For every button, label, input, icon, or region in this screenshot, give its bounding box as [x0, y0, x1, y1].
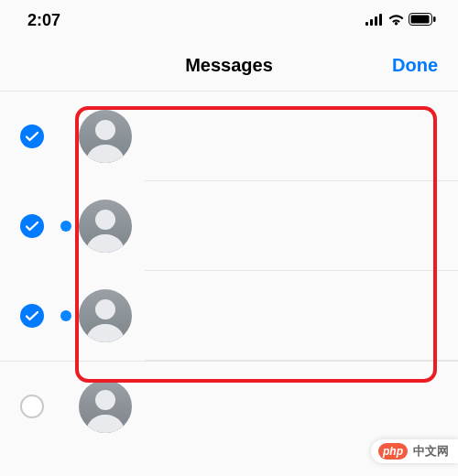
svg-rect-3 [379, 14, 382, 26]
nav-bar: Messages Done [0, 40, 458, 92]
message-preview [145, 181, 458, 271]
message-list [0, 92, 458, 450]
select-checkbox[interactable] [20, 214, 44, 238]
svg-rect-5 [411, 15, 430, 23]
message-row[interactable] [0, 181, 458, 271]
person-icon [79, 200, 132, 253]
message-row[interactable] [0, 92, 458, 181]
person-icon [79, 110, 132, 163]
watermark-logo: php [378, 443, 408, 460]
watermark-label: 中文网 [413, 443, 449, 460]
done-button[interactable]: Done [392, 55, 438, 76]
avatar [79, 200, 132, 253]
checkmark-icon [26, 132, 38, 142]
svg-point-7 [95, 120, 115, 140]
avatar [79, 289, 132, 342]
svg-rect-0 [365, 22, 368, 26]
checkmark-icon [26, 311, 38, 321]
checkmark-icon [26, 222, 38, 232]
wifi-icon [387, 11, 405, 30]
avatar [79, 380, 132, 433]
select-checkbox[interactable] [20, 124, 44, 148]
avatar [79, 110, 132, 163]
unread-dot [60, 310, 71, 321]
svg-point-9 [95, 299, 115, 319]
svg-rect-6 [433, 16, 436, 22]
status-time: 2:07 [27, 11, 60, 30]
watermark: php 中文网 [371, 439, 458, 463]
cellular-icon [365, 11, 384, 30]
svg-point-8 [95, 210, 115, 230]
unread-dot [60, 221, 71, 232]
message-row[interactable] [0, 361, 458, 450]
select-checkbox[interactable] [20, 304, 44, 328]
message-preview [145, 92, 458, 181]
page-title: Messages [0, 55, 458, 76]
status-bar: 2:07 [0, 0, 458, 40]
svg-rect-2 [375, 16, 377, 26]
person-icon [79, 289, 132, 342]
select-checkbox[interactable] [20, 395, 44, 418]
message-preview [145, 271, 458, 361]
svg-point-10 [95, 390, 115, 410]
svg-rect-1 [370, 19, 373, 26]
message-preview [145, 362, 458, 450]
battery-icon [409, 11, 436, 30]
person-icon [79, 380, 132, 433]
message-row[interactable] [0, 271, 458, 361]
status-indicators [365, 11, 436, 30]
